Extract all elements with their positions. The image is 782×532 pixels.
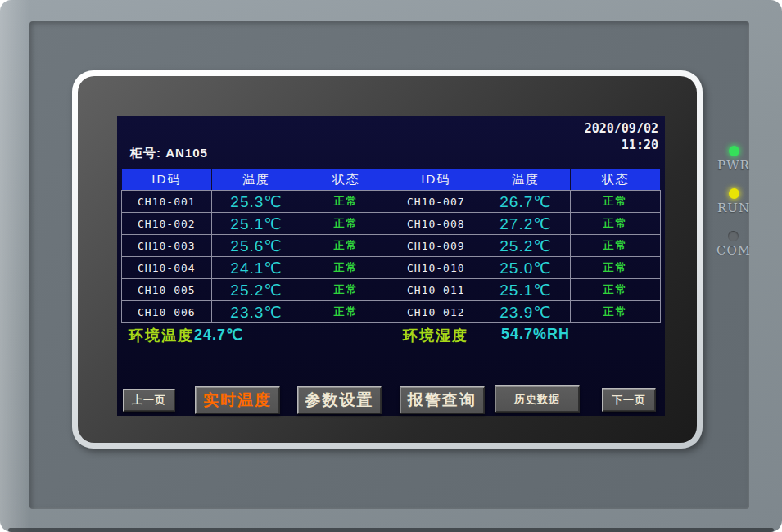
channel-status: 正常 xyxy=(571,191,661,213)
ambient-humidity-label: 环境湿度 xyxy=(403,326,468,345)
run-led-icon xyxy=(729,188,739,199)
channel-id: CH10-003 xyxy=(122,235,212,257)
history-data-button[interactable]: 历史数据 xyxy=(495,385,580,413)
header-status-right: 状态 xyxy=(571,169,661,191)
channel-status: 正常 xyxy=(301,213,391,235)
com-led-icon xyxy=(728,231,739,241)
status-led-column: PWR RUN COM xyxy=(711,146,757,273)
channel-id: CH10-012 xyxy=(391,301,481,323)
channel-id: CH10-009 xyxy=(391,235,481,257)
channel-id: CH10-001 xyxy=(122,191,212,213)
channel-temp: 26.7℃ xyxy=(481,191,571,213)
ambient-temperature-label: 环境温度 xyxy=(129,326,194,345)
channel-id: CH10-008 xyxy=(391,213,481,235)
header-temp-left: 温度 xyxy=(211,169,301,191)
channel-status: 正常 xyxy=(301,279,391,301)
lcd-display: 2020/09/02 11:20 柜号: AN105 ID码 温度 状态 ID码… xyxy=(117,116,665,416)
parameter-settings-button[interactable]: 参数设置 xyxy=(297,386,382,414)
header-id-right: ID码 xyxy=(391,169,481,191)
table-row: CH10-005 25.2℃ 正常 CH10-011 25.1℃ 正常 xyxy=(122,279,661,301)
ambient-temperature-value: 24.7℃ xyxy=(194,326,243,344)
next-page-button[interactable]: 下一页 xyxy=(602,388,656,412)
table-row: CH10-003 25.6℃ 正常 CH10-009 25.2℃ 正常 xyxy=(122,235,661,257)
power-indicator: PWR xyxy=(717,146,750,173)
channel-id: CH10-010 xyxy=(391,257,481,279)
table-row: CH10-002 25.1℃ 正常 CH10-008 27.2℃ 正常 xyxy=(122,213,661,235)
realtime-temperature-button[interactable]: 实时温度 xyxy=(195,386,280,414)
front-panel: 2020/09/02 11:20 柜号: AN105 ID码 温度 状态 ID码… xyxy=(29,21,749,509)
channel-status: 正常 xyxy=(571,279,661,301)
channel-temp: 25.3℃ xyxy=(211,191,301,213)
channel-temp: 25.1℃ xyxy=(211,213,301,235)
hmi-device-frame: 2020/09/02 11:20 柜号: AN105 ID码 温度 状态 ID码… xyxy=(0,0,782,532)
channel-temp: 25.6℃ xyxy=(211,235,301,257)
channel-id: CH10-006 xyxy=(122,301,212,323)
channel-id: CH10-007 xyxy=(391,191,481,213)
prev-page-button[interactable]: 上一页 xyxy=(123,389,175,412)
time-text: 11:20 xyxy=(585,137,658,153)
channel-status: 正常 xyxy=(571,213,661,235)
header-id-left: ID码 xyxy=(122,169,212,191)
alarm-query-button[interactable]: 报警查询 xyxy=(400,386,485,414)
run-indicator: RUN xyxy=(717,188,750,215)
table-row: CH10-006 23.3℃ 正常 CH10-012 23.9℃ 正常 xyxy=(122,301,661,323)
run-led-label: RUN xyxy=(717,201,750,215)
com-led-label: COM xyxy=(716,243,751,258)
channel-temp: 25.1℃ xyxy=(481,279,571,301)
screen-bezel: 2020/09/02 11:20 柜号: AN105 ID码 温度 状态 ID码… xyxy=(78,76,697,443)
datetime-display: 2020/09/02 11:20 xyxy=(585,120,658,153)
channel-status: 正常 xyxy=(571,301,661,323)
screen-module: 2020/09/02 11:20 柜号: AN105 ID码 温度 状态 ID码… xyxy=(72,70,703,449)
header-status-left: 状态 xyxy=(301,169,391,191)
channel-status: 正常 xyxy=(301,191,391,213)
channel-id: CH10-002 xyxy=(122,213,212,235)
power-led-icon xyxy=(729,146,739,156)
channel-temp: 25.0℃ xyxy=(481,257,571,279)
ambient-readings: 环境温度 24.7℃ 环境湿度 54.7%RH xyxy=(117,326,665,347)
table-row: CH10-001 25.3℃ 正常 CH10-007 26.7℃ 正常 xyxy=(122,191,661,213)
channel-status: 正常 xyxy=(301,257,391,279)
channel-temp: 23.3℃ xyxy=(211,301,301,323)
channel-status: 正常 xyxy=(301,301,391,323)
com-indicator: COM xyxy=(716,231,751,258)
channel-status: 正常 xyxy=(571,257,661,279)
header-temp-right: 温度 xyxy=(481,169,571,191)
channel-temp: 25.2℃ xyxy=(481,235,571,257)
channel-status: 正常 xyxy=(301,235,391,257)
sensor-table: ID码 温度 状态 ID码 温度 状态 CH10-001 25.3℃ 正常 CH… xyxy=(121,169,661,323)
channel-temp: 25.2℃ xyxy=(211,279,301,301)
date-text: 2020/09/02 xyxy=(585,120,658,137)
channel-id: CH10-005 xyxy=(122,279,212,301)
channel-id: CH10-011 xyxy=(391,279,481,301)
table-row: CH10-004 24.1℃ 正常 CH10-010 25.0℃ 正常 xyxy=(122,257,661,279)
power-led-label: PWR xyxy=(717,158,750,173)
ambient-humidity-value: 54.7%RH xyxy=(501,326,570,343)
channel-id: CH10-004 xyxy=(122,257,212,279)
cabinet-label: 柜号: AN105 xyxy=(130,146,208,161)
table-header-row: ID码 温度 状态 ID码 温度 状态 xyxy=(122,169,661,191)
channel-status: 正常 xyxy=(571,235,661,257)
channel-temp: 27.2℃ xyxy=(481,213,571,235)
channel-temp: 23.9℃ xyxy=(481,301,571,323)
channel-temp: 24.1℃ xyxy=(211,257,301,279)
